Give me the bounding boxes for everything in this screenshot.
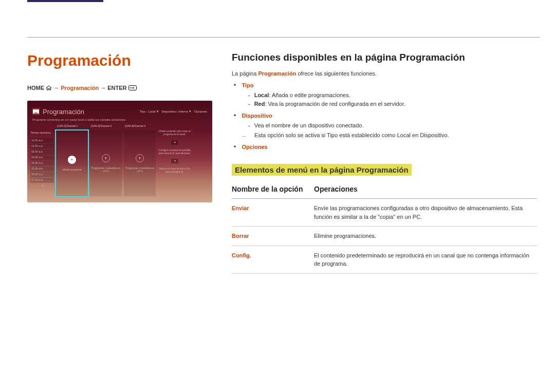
col-header-name: Nombre de la opción [232,182,314,199]
ss-time-row: 03:00 a.m. [30,155,54,160]
horizontal-rule-top [27,37,540,38]
plus-icon[interactable]: + [68,156,76,164]
breadcrumb-path: Programación [61,85,99,91]
breadcrumb-home: HOME [27,85,44,91]
breadcrumb-arrow2: → [100,85,106,91]
ss-channel-2[interactable]: [CAN.2]Channel 2 + Programas: contenido … [90,123,122,196]
feature-disp-label: Dispositivo [242,113,272,119]
disp-line1: Vea el nombre de un dispositivo conectad… [255,121,537,130]
ss-tipo-dropdown[interactable]: Tipo : Local [140,109,159,114]
ss-header: 31 Programación Tipo : Local Dispositivo… [27,101,212,118]
ss-time-more[interactable]: ▾ [30,183,54,187]
disp-note: Esta opción solo se activa si Tipo está … [241,131,537,140]
top-accent-bar [27,0,103,2]
ss-tip: Defina una hora de inicio y fin para el … [158,167,192,174]
enter-icon [128,85,137,91]
ss-time-row: 06:00 a.m. [30,172,54,177]
feature-opc-label: Opciones [242,144,268,150]
breadcrumb: HOME → Programación → ENTER [27,85,223,91]
opt-config-desc: El contenido predeterminado se reproduci… [314,246,537,273]
calendar-icon: 31 [32,108,40,115]
content-wrap: Programación HOME → Programación → ENTER… [0,52,555,274]
feature-list: Tipo Local: Añada o edite programaciones… [232,82,537,151]
home-icon [46,85,52,91]
ss-title: Programación [43,108,84,116]
feature-opciones: Opciones [241,143,537,151]
feature-tipo: Tipo Local: Añada o edite programaciones… [241,82,537,108]
ss-time-row: 07:00 a.m. [30,178,54,183]
svg-point-1 [130,87,131,88]
tipo-local: Local: Añada o edite programaciones. [255,91,537,100]
ss-time-row: 01:00 a.m. [30,144,54,149]
ss-channel-box-selected[interactable]: + Añadir programa [56,130,88,196]
ss-top-options: Tipo : Local Dispositivo: Interna Opcion… [140,109,207,114]
ss-channel-box[interactable]: + Programas: contenido en CH 3 [124,130,156,196]
feature-tipo-label: Tipo [242,82,254,88]
col-header-ops: Operaciones [314,182,537,199]
opt-enviar-desc: Envíe las programaciones configuradas a … [314,199,537,227]
opt-borrar: Borrar [232,227,314,246]
table-row: Enviar Envíe las programaciones configur… [232,199,537,227]
feature-dispositivo: Dispositivo Vea el nombre de un disposit… [241,112,537,139]
breadcrumb-enter: ENTER [107,85,126,91]
breadcrumb-arrow1: → [53,85,59,91]
plus-icon[interactable]: + [136,154,144,162]
ss-time-column: Tiempo reproducc. 12:00 a.m. 01:00 a.m. … [30,123,54,196]
page-title: Programación [27,52,223,69]
opt-enviar: Enviar [232,199,314,227]
opt-config: Config. [232,246,314,273]
section-heading-functions: Funciones disponibles en la página Progr… [232,52,537,63]
ss-side-tips: Añada contenido para crear un programa e… [158,123,192,196]
ss-time-row: 12:00 a.m. [30,138,54,143]
ss-channel-1[interactable]: [CAN.1]Channel 1 + Añadir programa [56,123,88,196]
table-row: Config. El contenido predeterminado se r… [232,246,537,273]
intro-text: La página Programación ofrece las siguie… [232,70,537,77]
screenshot-preview: 31 Programación Tipo : Local Dispositivo… [27,101,212,202]
ss-time-row: 02:00 a.m. [30,150,54,155]
chevron-down-icon: ▾ [171,140,178,145]
right-column: Funciones disponibles en la página Progr… [223,52,537,274]
plus-icon[interactable]: + [102,154,110,162]
ss-dispositivo-dropdown[interactable]: Dispositivo: Interna [162,109,191,114]
table-row: Borrar Elimine programaciones. [232,227,537,246]
ss-time-row: 04:00 a.m. [30,161,54,166]
opt-borrar-desc: Elimine programaciones. [314,227,537,246]
ss-channel-box[interactable]: + Programas: contenido en CH 2 [90,130,122,196]
ss-add-program-label: Añadir programa [62,168,81,171]
left-column: Programación HOME → Programación → ENTER… [27,52,223,274]
ss-tip: Configure duración en pantalla para repr… [158,149,192,155]
ss-tip: Añada contenido para crear un programa e… [158,130,192,136]
ss-channel-3[interactable]: [CAN.3]Channel 3 + Programas: contenido … [124,123,156,196]
options-table: Nombre de la opción Operaciones Enviar E… [232,182,537,274]
tipo-red: Red: Vea la programación de red configur… [255,100,537,108]
ss-time-header: Tiempo reproducc. [30,131,54,136]
ss-time-row: 05:00 a.m. [30,166,54,172]
chevron-down-icon: ▾ [171,159,178,163]
ss-opciones-link[interactable]: Opciones [194,109,207,114]
section-heading-menu-items: Elementos de menú en la página Programac… [232,164,412,176]
